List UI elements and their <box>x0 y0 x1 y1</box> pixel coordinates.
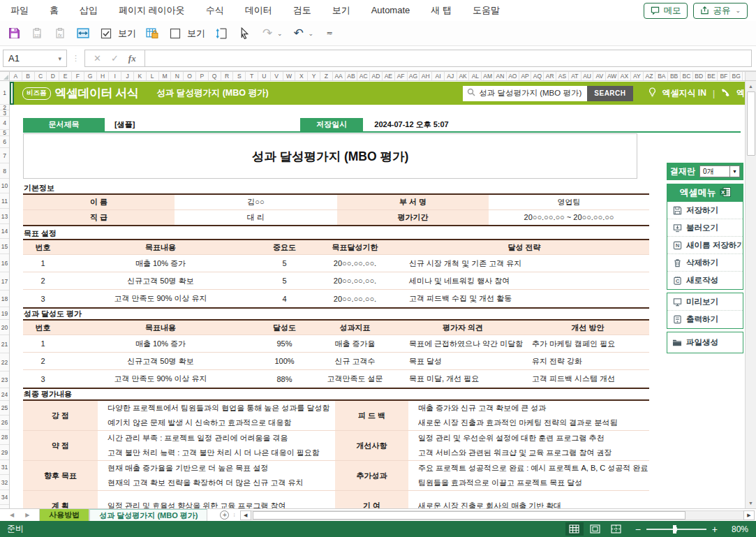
column-header[interactable]: AS <box>556 72 569 80</box>
column-header[interactable]: AF <box>395 72 408 80</box>
page-break-view-icon[interactable] <box>607 522 625 536</box>
ribbon-tab[interactable]: 수식 <box>195 0 235 21</box>
menu-item[interactable]: 삭제하기 <box>667 254 743 272</box>
row-header[interactable]: 31 <box>0 460 9 475</box>
row-header[interactable]: 20 <box>0 320 9 335</box>
field-label[interactable]: 평가기간 <box>337 210 489 225</box>
row-header[interactable]: 2 <box>0 105 9 110</box>
menu-item[interactable]: 파일생성 <box>667 332 743 353</box>
column-header[interactable]: AX <box>618 72 631 80</box>
zoom-level[interactable]: 80% <box>727 524 748 534</box>
ach-content[interactable]: 고객 만족도 90% 이상 유지 <box>63 374 258 384</box>
sheet-tab-active[interactable]: 성과 달성평가지 (MBO 평가) <box>89 509 207 521</box>
row-header[interactable]: 8 <box>0 163 9 179</box>
checkbox-checked-icon[interactable] <box>99 27 113 41</box>
column-header[interactable]: AZ <box>644 72 656 80</box>
row-header[interactable]: 23 <box>0 372 9 388</box>
row-header[interactable]: 34 <box>0 490 9 505</box>
field-label[interactable]: 이 름 <box>23 195 175 209</box>
chevron-down-icon[interactable]: ⌄ <box>277 30 283 37</box>
final-line[interactable]: 새로운 시장 진출과 효과적인 마케팅 전략의 결과로 분석됨 <box>418 415 649 430</box>
zoom-slider[interactable]: − + <box>635 524 718 534</box>
menu-item[interactable]: N새이름 저장하기 <box>667 237 743 254</box>
column-header[interactable]: B <box>22 72 35 80</box>
zoom-out-icon[interactable]: − <box>635 524 641 534</box>
protect-sheet-icon[interactable] <box>145 27 159 41</box>
column-header[interactable]: AB <box>346 72 358 80</box>
comments-button[interactable]: 메모 <box>644 3 688 19</box>
scroll-down-icon[interactable]: ▼ <box>746 498 756 508</box>
ribbon-tab[interactable]: 파일 <box>0 0 39 21</box>
column-header[interactable]: T <box>246 72 258 80</box>
column-header[interactable]: AE <box>383 72 395 80</box>
vertical-scroll-thumb[interactable] <box>747 91 755 156</box>
formula-bar-handle[interactable]: ⋮ <box>72 54 80 63</box>
ach-opinion[interactable]: 목표 미달, 개선 필요 <box>399 374 526 384</box>
column-header[interactable]: K <box>134 72 147 80</box>
goal-strategy[interactable]: 세미나 및 네트워킹 행사 참여 <box>399 276 649 286</box>
name-box[interactable]: A1 ▾ <box>3 50 67 67</box>
column-header[interactable]: D <box>47 72 59 80</box>
final-row-label[interactable]: 강 점 <box>23 401 98 430</box>
row-header[interactable]: 1 <box>0 81 9 105</box>
final-row-rlabel[interactable]: 기 여 <box>335 491 408 508</box>
column-header[interactable]: BD <box>693 72 706 80</box>
ach-no[interactable]: 2 <box>23 357 63 365</box>
column-header[interactable]: J <box>121 72 134 80</box>
column-header[interactable]: Z <box>320 72 333 80</box>
final-line[interactable]: 고객 서비스와 관련된 워크샵 및 교육 프로그램 참여 권장 <box>418 446 649 460</box>
row-header[interactable]: 32 <box>0 475 9 490</box>
menu-item[interactable]: 출력하기 <box>667 311 743 328</box>
column-header[interactable]: AP <box>519 72 532 80</box>
column-header[interactable]: AU <box>581 72 594 80</box>
section-basic-info[interactable]: 기본정보 <box>24 183 54 193</box>
normal-view-icon[interactable] <box>565 522 584 536</box>
column-header[interactable]: AD <box>370 72 383 80</box>
ach-improvement[interactable]: 고객 피드백 시스템 개선 <box>526 374 649 384</box>
goal-deadline[interactable]: 20○○.○○.○○. <box>311 259 399 267</box>
column-header[interactable]: BF <box>718 72 730 80</box>
column-header[interactable]: F <box>72 72 84 80</box>
save-icon[interactable] <box>7 27 21 41</box>
zoom-slider-thumb[interactable] <box>673 525 676 534</box>
final-row-rlabel[interactable]: 피 드 백 <box>335 401 408 430</box>
page-layout-view-icon[interactable] <box>586 522 605 536</box>
final-line[interactable]: 새로운 시장 진출로 회사의 매출 기반 확대 <box>418 499 649 508</box>
ribbon-tab[interactable]: 페이지 레이아웃 <box>108 0 195 21</box>
column-header[interactable]: H <box>97 72 110 80</box>
column-header[interactable]: AI <box>432 72 445 80</box>
column-header[interactable]: L <box>147 72 159 80</box>
field-value[interactable]: 영업팀 <box>489 195 649 209</box>
goal-deadline[interactable]: 20○○.○○.○○. <box>311 295 399 303</box>
row-header[interactable]: 4 <box>0 117 9 130</box>
column-header[interactable]: AA <box>333 72 346 80</box>
column-header[interactable]: N <box>171 72 184 80</box>
redo-icon[interactable]: ↷ <box>260 27 274 41</box>
ach-content[interactable]: 매출 10% 증가 <box>63 339 258 349</box>
column-header[interactable]: O <box>184 72 196 80</box>
column-header[interactable]: AY <box>631 72 644 80</box>
approval-count-dropdown[interactable]: 0개 ▼ <box>699 165 740 177</box>
final-row-label[interactable]: 약 점 <box>23 431 98 460</box>
doc-title-label[interactable]: 문서제목 <box>23 118 105 131</box>
goal-strategy[interactable]: 신규 시장 개척 및 기존 고객 유지 <box>399 258 649 269</box>
column-header[interactable]: Q <box>209 72 221 80</box>
phone-link[interactable]: 엑 <box>736 87 745 99</box>
paste-formulas-icon[interactable]: fx <box>53 27 67 41</box>
goal-strategy[interactable]: 고객 피드백 수집 및 개선 활동 <box>399 293 649 304</box>
column-header[interactable]: BB <box>668 72 681 80</box>
column-header[interactable]: S <box>233 72 246 80</box>
ach-rate[interactable]: 88% <box>258 375 311 383</box>
column-header[interactable]: E <box>59 72 72 80</box>
row-header[interactable]: 16 <box>0 254 9 272</box>
ach-no[interactable]: 3 <box>23 375 63 383</box>
final-line[interactable]: 고객 불만 처리 능력 : 고객 불만 처리 시 더 나은 대응이 필요함 <box>108 446 335 460</box>
saved-time-label[interactable]: 저장일시 <box>300 118 363 131</box>
ach-no[interactable]: 1 <box>23 339 63 348</box>
final-row-rlabel[interactable]: 개선사항 <box>335 431 408 460</box>
row-header[interactable]: 15 <box>0 239 9 254</box>
final-line[interactable]: 현재 매출 증가율을 기반으로 더 높은 목표 설정 <box>108 461 335 476</box>
add-sheet-button[interactable]: + <box>220 509 229 521</box>
column-header[interactable]: AC <box>357 72 370 80</box>
final-row-label[interactable]: 계 획 <box>23 491 98 508</box>
